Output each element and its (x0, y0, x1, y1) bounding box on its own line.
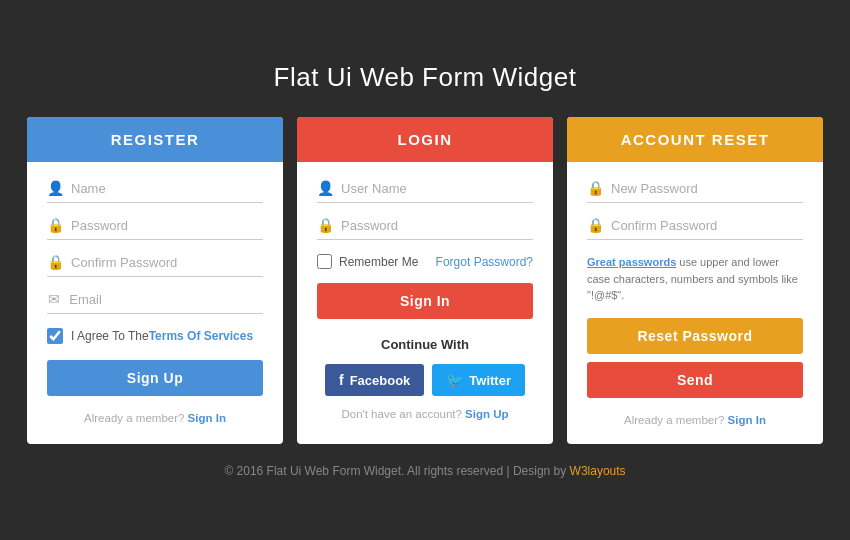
facebook-icon: f (339, 372, 344, 388)
lock5-icon: 🔒 (587, 217, 603, 233)
reset-info: Great passwords use upper and lower case… (587, 254, 803, 304)
social-buttons: f Facebook 🐦 Twitter (317, 364, 533, 396)
register-widget: REGISTER 👤 🔒 🔒 ✉ I Agree To The Ter (27, 117, 283, 444)
footer-link[interactable]: W3layouts (570, 464, 626, 478)
reset-signin-link[interactable]: Sign In (728, 414, 766, 426)
login-footer: Don't have an account? Sign Up (317, 408, 533, 420)
reset-password-button[interactable]: Reset Password (587, 318, 803, 354)
remember-checkbox[interactable] (317, 254, 332, 269)
name-input[interactable] (71, 181, 263, 196)
terms-row: I Agree To The Terms Of Services (47, 328, 263, 344)
name-field: 👤 (47, 180, 263, 203)
lock-icon: 🔒 (47, 217, 63, 233)
remember-left: Remember Me (317, 254, 418, 269)
login-header: LOGIN (297, 117, 553, 162)
user-icon: 👤 (47, 180, 63, 196)
username-field: 👤 (317, 180, 533, 203)
login-password-input[interactable] (341, 218, 533, 233)
twitter-button[interactable]: 🐦 Twitter (432, 364, 525, 396)
footer-text: © 2016 Flat Ui Web Form Widget. All righ… (224, 464, 569, 478)
remember-label: Remember Me (339, 255, 418, 269)
reset-widget: ACCOUNT RESET 🔒 🔒 Great passwords use up… (567, 117, 823, 444)
forgot-password-link[interactable]: Forgot Password? (436, 255, 533, 269)
login-submit-button[interactable]: Sign In (317, 283, 533, 319)
email-input[interactable] (69, 292, 263, 307)
user2-icon: 👤 (317, 180, 333, 196)
terms-checkbox[interactable] (47, 328, 63, 344)
twitter-icon: 🐦 (446, 372, 463, 388)
facebook-label: Facebook (350, 373, 411, 388)
reset-header: ACCOUNT RESET (567, 117, 823, 162)
widgets-container: REGISTER 👤 🔒 🔒 ✉ I Agree To The Ter (20, 117, 830, 444)
email-icon: ✉ (47, 291, 61, 307)
register-header: REGISTER (27, 117, 283, 162)
page-footer: © 2016 Flat Ui Web Form Widget. All righ… (224, 464, 625, 478)
remember-row: Remember Me Forgot Password? (317, 254, 533, 269)
reset-footer-text: Already a member? (624, 414, 728, 426)
reset-confirm-field: 🔒 (587, 217, 803, 240)
facebook-button[interactable]: f Facebook (325, 364, 424, 396)
register-signin-link[interactable]: Sign In (188, 412, 226, 424)
login-widget: LOGIN 👤 🔒 Remember Me Forgot Password? S… (297, 117, 553, 444)
register-submit-button[interactable]: Sign Up (47, 360, 263, 396)
reset-info-highlight: Great passwords (587, 256, 676, 268)
reset-confirm-input[interactable] (611, 218, 803, 233)
password-input[interactable] (71, 218, 263, 233)
lock4-icon: 🔒 (587, 180, 603, 196)
send-button[interactable]: Send (587, 362, 803, 398)
lock3-icon: 🔒 (317, 217, 333, 233)
reset-body: 🔒 🔒 Great passwords use upper and lower … (567, 162, 823, 444)
new-password-input[interactable] (611, 181, 803, 196)
confirm-password-input[interactable] (71, 255, 263, 270)
page-title: Flat Ui Web Form Widget (274, 62, 577, 93)
confirm-password-field: 🔒 (47, 254, 263, 277)
agree-text: I Agree To The (71, 329, 149, 343)
register-footer-text: Already a member? (84, 412, 188, 424)
login-footer-text: Don't have an account? (341, 408, 465, 420)
new-password-field: 🔒 (587, 180, 803, 203)
register-body: 👤 🔒 🔒 ✉ I Agree To The Terms Of Services… (27, 162, 283, 442)
reset-footer: Already a member? Sign In (587, 414, 803, 426)
login-body: 👤 🔒 Remember Me Forgot Password? Sign In… (297, 162, 553, 438)
register-footer: Already a member? Sign In (47, 412, 263, 424)
login-signup-link[interactable]: Sign Up (465, 408, 508, 420)
twitter-label: Twitter (469, 373, 511, 388)
username-input[interactable] (341, 181, 533, 196)
password-field: 🔒 (47, 217, 263, 240)
email-field: ✉ (47, 291, 263, 314)
continue-with-label: Continue With (317, 337, 533, 352)
terms-link[interactable]: Terms Of Services (149, 329, 254, 343)
lock2-icon: 🔒 (47, 254, 63, 270)
login-password-field: 🔒 (317, 217, 533, 240)
